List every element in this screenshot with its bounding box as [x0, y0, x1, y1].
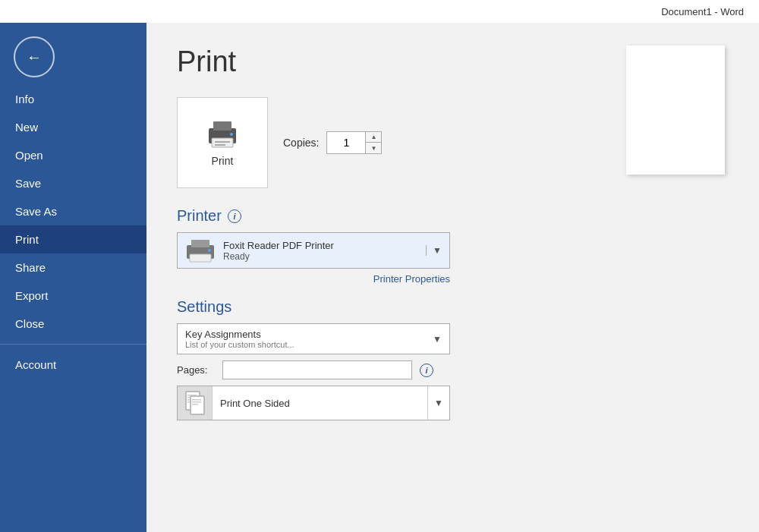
- copies-arrows: ▲ ▼: [365, 132, 381, 153]
- title-bar: Document1 - Word: [0, 0, 759, 23]
- preview-area: [592, 23, 759, 532]
- content-area: Print Print: [146, 23, 759, 532]
- sidebar-item-share[interactable]: Share: [0, 253, 146, 282]
- printer-properties-link[interactable]: Printer Properties: [177, 273, 450, 285]
- print-button[interactable]: Print: [177, 97, 268, 188]
- svg-rect-8: [190, 254, 211, 262]
- pages-row: Pages: i: [177, 360, 562, 379]
- sidebar-item-account[interactable]: Account: [0, 351, 146, 379]
- print-button-label: Print: [212, 155, 234, 167]
- printer-hardware-icon: [185, 238, 216, 263]
- sidebar-item-save[interactable]: Save: [0, 169, 146, 197]
- settings-dropdown-text: Key Assignments List of your custom shor…: [185, 329, 433, 349]
- svg-point-3: [230, 133, 233, 136]
- svg-rect-18: [192, 404, 198, 405]
- pages-label: Pages:: [177, 364, 215, 376]
- print-content: Print Print: [146, 23, 592, 532]
- print-sided-icon: [178, 386, 213, 420]
- copies-down-button[interactable]: ▼: [366, 143, 381, 153]
- svg-rect-5: [215, 144, 225, 146]
- one-sided-icon-svg: [184, 390, 206, 416]
- printer-dropdown[interactable]: Foxit Reader PDF Printer Ready ▼: [177, 232, 450, 269]
- printer-icon: [204, 118, 241, 149]
- svg-point-9: [208, 249, 211, 252]
- print-title: Print: [177, 46, 562, 78]
- svg-rect-1: [213, 121, 231, 131]
- settings-dropdown-arrow: ▼: [433, 334, 442, 345]
- print-sided-arrow: ▼: [427, 386, 449, 420]
- copies-spinner: ▲ ▼: [326, 131, 382, 154]
- sidebar-nav: Info New Open Save Save As Print Share E…: [0, 85, 146, 532]
- svg-rect-4: [215, 141, 230, 143]
- preview-page: [626, 46, 725, 175]
- printer-section-header: Printer i: [177, 207, 562, 225]
- printer-name: Foxit Reader PDF Printer: [223, 240, 418, 251]
- settings-dropdown-inner: Key Assignments List of your custom shor…: [178, 324, 449, 354]
- svg-rect-15: [191, 396, 204, 414]
- sidebar-item-save-as[interactable]: Save As: [0, 197, 146, 225]
- printer-info: Foxit Reader PDF Printer Ready: [223, 240, 418, 262]
- sidebar-item-open[interactable]: Open: [0, 141, 146, 169]
- pages-input[interactable]: [222, 360, 412, 379]
- printer-status: Ready: [223, 251, 418, 262]
- sidebar-item-print[interactable]: Print: [0, 225, 146, 253]
- settings-section-header: Settings: [177, 298, 562, 316]
- back-button[interactable]: ←: [14, 36, 55, 77]
- svg-rect-16: [192, 399, 201, 401]
- printer-dropdown-arrow: ▼: [426, 245, 442, 256]
- settings-section-title: Settings: [177, 298, 231, 316]
- print-button-row: Print Copies: ▲ ▼: [177, 97, 562, 188]
- settings-sub-text: List of your custom shortcut...: [185, 340, 433, 349]
- pages-info-icon[interactable]: i: [420, 364, 433, 377]
- copies-input[interactable]: [327, 132, 365, 153]
- main-layout: ← Info New Open Save Save As Print Share: [0, 23, 759, 532]
- settings-dropdown[interactable]: Key Assignments List of your custom shor…: [177, 323, 450, 354]
- sidebar-item-new[interactable]: New: [0, 113, 146, 141]
- title-bar-text: Document1 - Word: [661, 6, 744, 17]
- printer-info-icon[interactable]: i: [228, 209, 241, 223]
- copies-section: Copies: ▲ ▼: [283, 131, 382, 154]
- printer-section-title: Printer: [177, 207, 222, 225]
- sidebar: ← Info New Open Save Save As Print Share: [0, 23, 146, 532]
- copies-label: Copies:: [283, 137, 319, 149]
- print-sided-text: Print One Sided: [213, 390, 427, 417]
- print-sided-dropdown[interactable]: Print One Sided ▼: [177, 386, 450, 420]
- sidebar-divider: [0, 344, 146, 345]
- sidebar-item-close[interactable]: Close: [0, 310, 146, 338]
- sidebar-item-export[interactable]: Export: [0, 282, 146, 310]
- sidebar-item-info[interactable]: Info: [0, 85, 146, 113]
- svg-rect-17: [192, 401, 201, 403]
- copies-up-button[interactable]: ▲: [366, 132, 381, 143]
- svg-rect-7: [191, 240, 209, 247]
- settings-main-text: Key Assignments: [185, 329, 433, 340]
